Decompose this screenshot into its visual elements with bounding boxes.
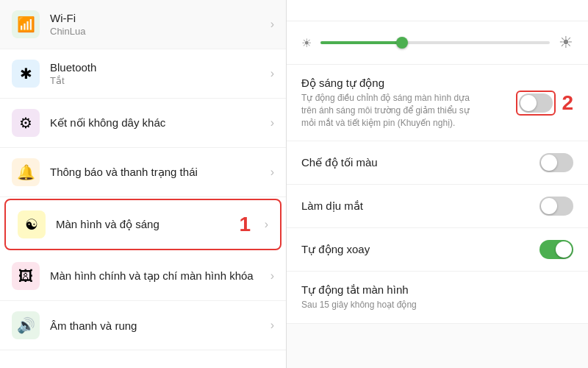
bluetooth-icon: ✱ xyxy=(12,60,40,88)
auto-rotate-toggle-knob xyxy=(556,241,572,258)
auto-brightness-toggle-knob xyxy=(520,95,537,111)
eye-comfort-content: Làm dịu mắt xyxy=(301,199,539,213)
other-connection-title: Kết nối không dây khác xyxy=(50,116,265,130)
sound-title: Âm thanh và rung xyxy=(50,319,265,332)
right-item-dark-mode[interactable]: Chế độ tối màu xyxy=(287,141,588,185)
sound-content: Âm thanh và rung xyxy=(50,319,265,332)
chevron-right-icon: › xyxy=(270,166,274,179)
dark-mode-title: Chế độ tối màu xyxy=(301,156,539,169)
auto-brightness-toggle[interactable] xyxy=(519,93,553,113)
wifi-subtitle: ChinLua xyxy=(50,26,265,37)
eye-comfort-title: Làm dịu mắt xyxy=(301,199,539,213)
step-label-display: 1 xyxy=(239,213,251,236)
sidebar-item-sound[interactable]: 🔊Âm thanh và rung› xyxy=(0,301,286,350)
dark-mode-toggle-knob xyxy=(541,155,557,171)
other-connection-content: Kết nối không dây khác xyxy=(50,116,265,130)
sidebar-item-other-connection[interactable]: ⚙Kết nối không dây khác› xyxy=(0,99,286,148)
sidebar-item-display[interactable]: ☯Màn hình và độ sáng1› xyxy=(4,199,282,250)
auto-rotate-content: Tự động xoay xyxy=(301,243,539,256)
notification-content: Thông báo và thanh trạng thái xyxy=(50,166,265,179)
right-header xyxy=(287,0,588,21)
right-panel: ☀ ☀ Độ sáng tự độngTự động điều chỉnh độ… xyxy=(287,0,588,368)
eye-comfort-toggle-knob xyxy=(541,198,557,214)
notification-title: Thông báo và thanh trạng thái xyxy=(50,166,265,179)
brightness-fill xyxy=(320,41,401,44)
lockscreen-icon: 🖼 xyxy=(12,262,40,290)
auto-brightness-desc: Tự động điều chỉnh độ sáng màn hình dựa … xyxy=(301,92,478,129)
sidebar-item-wifi[interactable]: 📶Wi-FiChinLua› xyxy=(0,0,286,49)
sidebar-item-bluetooth[interactable]: ✱BluetoothTắt› xyxy=(0,49,286,99)
right-item-eye-comfort[interactable]: Làm dịu mắt xyxy=(287,185,588,228)
sidebar-item-lockscreen[interactable]: 🖼Màn hình chính và tạp chí màn hình khóa… xyxy=(0,252,286,301)
wifi-content: Wi-FiChinLua xyxy=(50,12,265,37)
bluetooth-title: Bluetooth xyxy=(50,61,265,74)
eye-comfort-toggle[interactable] xyxy=(539,197,573,216)
left-panel: 📶Wi-FiChinLua›✱BluetoothTắt›⚙Kết nối khô… xyxy=(0,0,287,368)
auto-off-title: Tự động tắt màn hình xyxy=(301,283,573,297)
other-connection-icon: ⚙ xyxy=(12,109,40,137)
eye-comfort-toggle-wrap xyxy=(539,197,573,216)
sound-icon: 🔊 xyxy=(12,311,40,339)
brightness-slider[interactable] xyxy=(320,41,550,44)
auto-off-desc: Sau 15 giây không hoạt động xyxy=(301,299,478,311)
right-item-auto-rotate[interactable]: Tự động xoay xyxy=(287,228,588,272)
chevron-right-icon: › xyxy=(270,269,274,283)
sun-large-icon: ☀ xyxy=(559,33,573,52)
sidebar-item-notification[interactable]: 🔔Thông báo và thanh trạng thái› xyxy=(0,148,286,197)
dark-mode-content: Chế độ tối màu xyxy=(301,156,539,169)
chevron-right-icon: › xyxy=(270,319,274,332)
lockscreen-title: Màn hình chính và tạp chí màn hình khóa xyxy=(50,269,265,283)
auto-rotate-toggle-wrap xyxy=(539,240,573,259)
auto-off-content: Tự động tắt màn hìnhSau 15 giây không ho… xyxy=(301,283,573,311)
chevron-right-icon: › xyxy=(265,218,268,231)
right-item-auto-off[interactable]: Tự động tắt màn hìnhSau 15 giây không ho… xyxy=(287,272,588,324)
brightness-row[interactable]: ☀ ☀ xyxy=(287,21,588,65)
display-icon: ☯ xyxy=(18,210,46,238)
bluetooth-content: BluetoothTắt xyxy=(50,61,265,86)
chevron-right-icon: › xyxy=(270,116,274,130)
wifi-icon: 📶 xyxy=(12,10,40,38)
step-label-auto-brightness: 2 xyxy=(562,91,573,115)
bluetooth-subtitle: Tắt xyxy=(50,75,265,86)
auto-brightness-content: Độ sáng tự độngTự động điều chỉnh độ sán… xyxy=(301,77,516,129)
auto-rotate-toggle[interactable] xyxy=(539,240,573,259)
chevron-right-icon: › xyxy=(270,18,274,31)
chevron-right-icon: › xyxy=(270,67,274,80)
wifi-title: Wi-Fi xyxy=(50,12,265,24)
display-title: Màn hình và độ sáng xyxy=(56,218,259,231)
dark-mode-toggle-wrap xyxy=(539,153,573,172)
sun-small-icon: ☀ xyxy=(301,36,312,50)
dark-mode-toggle[interactable] xyxy=(539,153,573,172)
right-item-auto-brightness[interactable]: Độ sáng tự độngTự động điều chỉnh độ sán… xyxy=(287,65,588,141)
slider-thumb[interactable] xyxy=(396,37,408,49)
auto-brightness-toggle-wrap xyxy=(516,91,556,116)
notification-icon: 🔔 xyxy=(12,158,40,186)
lockscreen-content: Màn hình chính và tạp chí màn hình khóa xyxy=(50,269,265,283)
display-content: Màn hình và độ sáng xyxy=(56,218,259,231)
auto-brightness-title: Độ sáng tự động xyxy=(301,77,516,90)
auto-rotate-title: Tự động xoay xyxy=(301,243,539,256)
